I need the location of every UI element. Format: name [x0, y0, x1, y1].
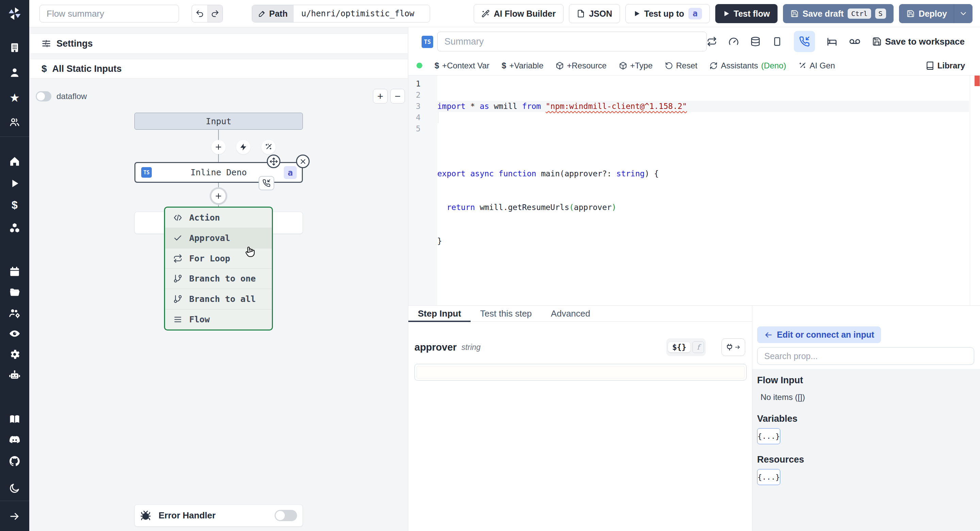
chevron-down-icon[interactable]	[959, 9, 968, 18]
save-to-workspace-button[interactable]: Save to workspace	[872, 37, 965, 47]
add-resource-button[interactable]: +Resource	[556, 61, 607, 70]
all-static-inputs-row[interactable]: $ All Static Inputs	[30, 59, 408, 79]
sidebar-expand[interactable]	[9, 510, 21, 522]
repeat-icon	[173, 254, 182, 263]
inline-deno-label: Inline Deno	[191, 167, 247, 177]
menu-item-action[interactable]: Action	[165, 207, 272, 228]
zoom-in-button[interactable]: +	[373, 89, 388, 104]
sidebar-item-home[interactable]	[9, 156, 21, 167]
summary-input[interactable]	[437, 32, 707, 51]
sidebar-item-variables[interactable]: $	[11, 199, 18, 210]
field-type: string	[461, 343, 480, 352]
json-button[interactable]: JSON	[569, 4, 620, 23]
sidebar-item-theme[interactable]	[9, 482, 21, 494]
sidebar-item-schedules[interactable]	[9, 266, 21, 277]
resources-expand-button[interactable]: {...}	[757, 469, 780, 485]
code-editor[interactable]: 1 2 3 4 5 import * as wmill from "npm:wi…	[408, 76, 980, 305]
menu-item-branch-to-all[interactable]: Branch to all	[165, 289, 272, 309]
suspend-approval-button[interactable]	[794, 31, 815, 52]
library-button[interactable]: Library	[926, 61, 965, 70]
github-icon	[8, 455, 21, 467]
flow-settings-row[interactable]: Settings	[30, 33, 408, 54]
search-prop-input[interactable]	[757, 347, 974, 365]
add-variable-button[interactable]: $+Variable	[501, 61, 543, 70]
undo-redo-group	[192, 5, 223, 22]
delete-step-button[interactable]	[296, 155, 310, 168]
sidebar-item-workspace[interactable]	[9, 42, 21, 53]
redo-button[interactable]	[207, 5, 223, 22]
add-type-button[interactable]: +Type	[619, 61, 653, 70]
sidebar-item-workers[interactable]	[8, 307, 21, 319]
square-icon	[772, 37, 782, 47]
reset-button[interactable]: Reset	[665, 61, 698, 70]
sidebar-item-audit[interactable]	[8, 327, 21, 340]
sleep-button[interactable]	[827, 36, 837, 47]
ai-gen-button[interactable]: AI Gen	[798, 61, 835, 70]
save-draft-button[interactable]: Save draft Ctrl S	[783, 4, 894, 23]
ai-step-button[interactable]	[261, 140, 275, 154]
dataflow-toggle[interactable]	[36, 91, 51, 101]
sidebar-item-favorites[interactable]: ★	[10, 92, 20, 104]
play-icon	[633, 10, 640, 18]
sidebar-item-folders[interactable]	[9, 287, 21, 298]
sidebar-item-resources[interactable]	[8, 222, 21, 234]
ai-flow-builder-label: AI Flow Builder	[494, 9, 556, 19]
sidebar-item-runs[interactable]	[9, 178, 20, 189]
concurrency-button[interactable]	[729, 37, 739, 47]
error-handler-label: Error Handler	[159, 510, 216, 521]
path-value[interactable]: u/henri/optimistic_flow	[294, 5, 430, 22]
node-error-handler[interactable]: Error Handler	[134, 504, 303, 526]
step-id-badge: a	[284, 166, 297, 179]
tab-step-input[interactable]: Step Input	[408, 306, 471, 321]
assistants-button[interactable]: Assistants(Deno)	[710, 61, 786, 70]
windmill-logo[interactable]	[7, 6, 22, 21]
add-context-var-button[interactable]: $+Context Var	[434, 61, 489, 70]
insert-step-button[interactable]	[211, 140, 226, 154]
tab-advanced[interactable]: Advanced	[541, 306, 600, 321]
sidebar-item-discord[interactable]	[8, 434, 21, 446]
test-flow-button[interactable]: Test flow	[715, 4, 777, 23]
expr-mode-button[interactable]: ${}	[668, 342, 690, 352]
insert-step-button-active[interactable]	[211, 189, 226, 203]
retries-button[interactable]	[707, 37, 717, 47]
ai-flow-builder-button[interactable]: AI Flow Builder	[474, 4, 563, 23]
mock-button[interactable]	[849, 36, 861, 47]
zoom-out-button[interactable]: −	[390, 89, 405, 104]
tab-test-this-step[interactable]: Test this step	[471, 306, 541, 321]
suspend-approval-badge[interactable]	[259, 176, 274, 190]
save-icon	[872, 37, 882, 46]
wand-sparkles-icon	[482, 10, 490, 18]
insert-step-menu: Action Approval For Loop Branch to one B…	[164, 207, 273, 330]
cache-button[interactable]	[750, 37, 760, 47]
overview-ruler[interactable]	[970, 76, 980, 305]
sidebar-item-settings[interactable]	[8, 348, 21, 360]
test-up-to-button[interactable]: Test up to a	[625, 4, 710, 23]
sidebar-item-ai[interactable]	[8, 369, 21, 382]
dollar-icon: $	[501, 61, 506, 70]
approver-input[interactable]	[417, 366, 745, 378]
deploy-button[interactable]: Deploy	[899, 4, 972, 23]
sidebar-item-docs[interactable]	[8, 413, 21, 426]
dataflow-label: dataflow	[56, 92, 87, 101]
save-draft-label: Save draft	[803, 9, 844, 19]
node-input[interactable]: Input	[134, 113, 303, 130]
package-icon	[556, 62, 564, 70]
move-step-button[interactable]	[267, 155, 280, 168]
sidebar-item-groups[interactable]	[9, 116, 21, 128]
path-label: Path	[269, 9, 288, 19]
variables-expand-button[interactable]: {...}	[757, 428, 780, 444]
path-edit-button[interactable]: Path	[252, 5, 294, 22]
menu-item-flow[interactable]: Flow	[165, 309, 272, 330]
connect-input-button[interactable]	[721, 338, 745, 356]
flow-summary-input[interactable]	[40, 5, 179, 22]
book-icon	[926, 61, 934, 70]
early-stop-button[interactable]	[772, 37, 782, 47]
edit-or-connect-button[interactable]: Edit or connect an input	[757, 327, 881, 343]
sidebar-item-user[interactable]	[9, 67, 21, 78]
undo-button[interactable]	[192, 5, 207, 22]
sidebar-item-github[interactable]	[8, 455, 21, 467]
error-handler-toggle[interactable]	[275, 510, 297, 521]
trigger-button[interactable]	[236, 140, 250, 154]
fn-mode-button[interactable]: f	[692, 341, 704, 353]
menu-item-branch-to-one[interactable]: Branch to one	[165, 269, 272, 289]
